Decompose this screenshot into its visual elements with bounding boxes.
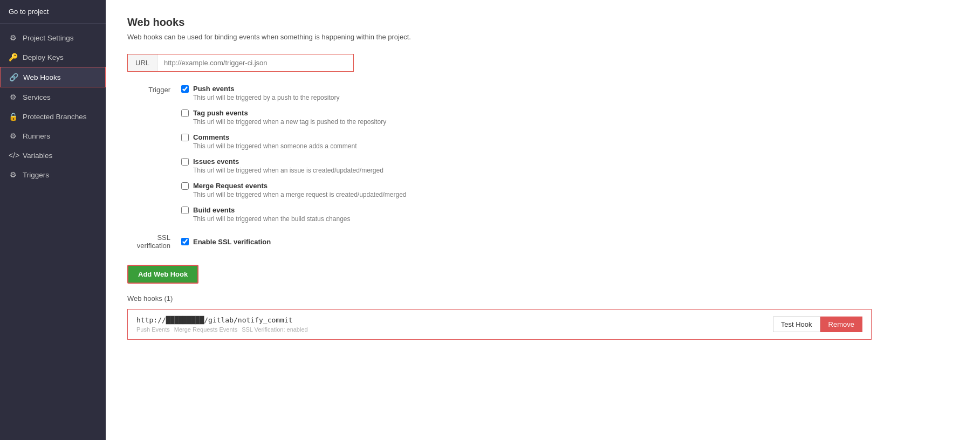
services-icon: ⚙ (9, 93, 17, 101)
sidebar-item-label: Variables (23, 152, 52, 160)
trigger-label: Trigger (127, 85, 181, 94)
merge-request-events-label[interactable]: Merge Request events (193, 182, 268, 190)
tag-push-events-checkbox[interactable] (181, 109, 189, 117)
sidebar-item-label: Triggers (23, 171, 49, 179)
trigger-build-events: Build events This url will be triggered … (181, 206, 407, 223)
sidebar-item-label: Web Hooks (23, 73, 61, 81)
go-to-project-link[interactable]: Go to project (0, 0, 106, 24)
url-input-row: URL (127, 54, 354, 72)
sidebar-item-services[interactable]: ⚙ Services (0, 87, 106, 107)
trigger-merge-request-events: Merge Request events This url will be tr… (181, 182, 407, 198)
sidebar-item-label: Project Settings (23, 34, 74, 42)
trigger-push-events: Push events This url will be triggered b… (181, 85, 407, 101)
issues-events-desc: This url will be triggered when an issue… (193, 167, 407, 174)
comments-checkbox[interactable] (181, 134, 189, 141)
trigger-section: Trigger Push events This url will be tri… (127, 85, 958, 223)
tag-push-events-desc: This url will be triggered when a new ta… (193, 118, 407, 126)
webhook-url: http://█████████/gitlab/notify_commit (136, 316, 308, 324)
url-section: URL (127, 54, 958, 72)
webhook-tags: Push Events Merge Requests Events SSL Ve… (136, 326, 308, 333)
sidebar-item-protected-branches[interactable]: 🔒 Protected Branches (0, 107, 106, 126)
trigger-tag-push-events: Tag push events This url will be trigger… (181, 109, 407, 126)
webhook-tag-push: Push Events (136, 326, 170, 333)
push-events-checkbox[interactable] (181, 85, 189, 93)
webhook-tag-ssl: SSL Verification: enabled (242, 326, 308, 333)
issues-events-label[interactable]: Issues events (193, 157, 239, 166)
merge-request-events-checkbox[interactable] (181, 182, 189, 190)
lock-icon: 🔒 (9, 112, 17, 121)
main-content: Web hooks Web hooks can be used for bind… (106, 0, 980, 440)
build-events-desc: This url will be triggered when the buil… (193, 215, 407, 223)
url-input[interactable] (157, 54, 353, 71)
webhook-list-item: http://█████████/gitlab/notify_commit Pu… (127, 309, 872, 340)
variables-icon: </> (9, 151, 17, 160)
ssl-verification-checkbox[interactable] (181, 238, 189, 245)
sidebar-item-label: Deploy Keys (23, 53, 64, 61)
sidebar-nav: ⚙ Project Settings 🔑 Deploy Keys 🔗 Web H… (0, 24, 106, 189)
tag-push-events-label[interactable]: Tag push events (193, 109, 248, 117)
triggers-icon: ⚙ (9, 170, 17, 179)
sidebar-item-variables[interactable]: </> Variables (0, 146, 106, 165)
sidebar-item-label: Runners (23, 132, 50, 140)
trigger-issues-events: Issues events This url will be triggered… (181, 157, 407, 174)
comments-label[interactable]: Comments (193, 133, 229, 141)
ssl-verification-label[interactable]: Enable SSL verification (193, 238, 271, 246)
webhooks-list-title: Web hooks (1) (127, 294, 958, 302)
comments-desc: This url will be triggered when someone … (193, 142, 407, 150)
sidebar-item-runners[interactable]: ⚙ Runners (0, 126, 106, 146)
ssl-section: SSL verification Enable SSL verification (127, 233, 958, 250)
ssl-label: SSL verification (127, 233, 181, 250)
webhook-info: http://█████████/gitlab/notify_commit Pu… (136, 316, 308, 333)
key-icon: 🔑 (9, 53, 17, 61)
test-hook-button[interactable]: Test Hook (773, 317, 820, 332)
merge-request-events-desc: This url will be triggered when a merge … (193, 191, 407, 198)
webhook-icon: 🔗 (9, 73, 18, 81)
push-events-label[interactable]: Push events (193, 85, 235, 93)
sidebar-item-project-settings[interactable]: ⚙ Project Settings (0, 28, 106, 47)
push-events-desc: This url will be triggered by a push to … (193, 94, 407, 101)
webhook-actions: Test Hook Remove (773, 317, 862, 332)
add-webhook-button[interactable]: Add Web Hook (127, 265, 198, 284)
sidebar-item-web-hooks[interactable]: 🔗 Web Hooks (0, 67, 106, 87)
trigger-options: Push events This url will be triggered b… (181, 85, 407, 223)
page-subtitle: Web hooks can be used for binding events… (127, 33, 958, 41)
settings-icon: ⚙ (9, 33, 17, 42)
trigger-comments: Comments This url will be triggered when… (181, 133, 407, 150)
url-label: URL (128, 54, 157, 71)
sidebar-item-triggers[interactable]: ⚙ Triggers (0, 165, 106, 184)
runners-icon: ⚙ (9, 132, 17, 140)
sidebar-item-label: Protected Branches (23, 113, 87, 121)
sidebar: Go to project ⚙ Project Settings 🔑 Deplo… (0, 0, 106, 440)
page-title: Web hooks (127, 16, 958, 29)
issues-events-checkbox[interactable] (181, 158, 189, 166)
remove-hook-button[interactable]: Remove (820, 317, 862, 332)
webhook-tag-merge: Merge Requests Events (174, 326, 237, 333)
build-events-label[interactable]: Build events (193, 206, 235, 214)
build-events-checkbox[interactable] (181, 207, 189, 214)
sidebar-item-deploy-keys[interactable]: 🔑 Deploy Keys (0, 47, 106, 67)
sidebar-item-label: Services (23, 93, 51, 101)
